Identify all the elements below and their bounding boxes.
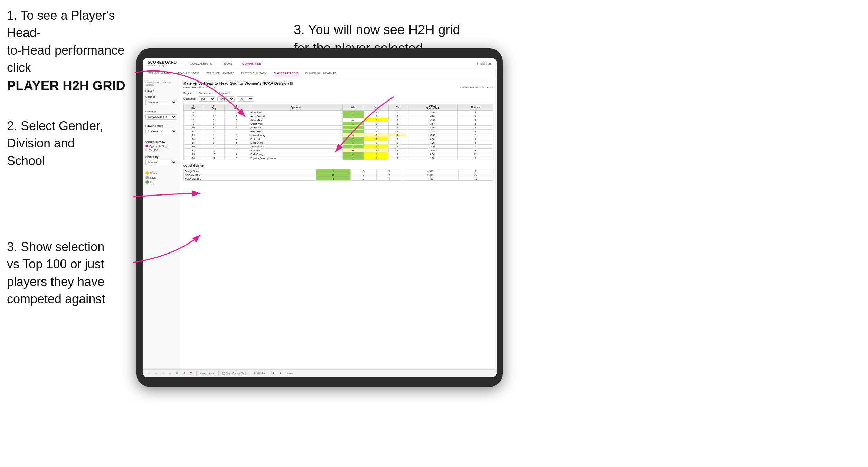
legend-dot-down: [145, 171, 149, 175]
conference-label: Conference: [199, 92, 212, 94]
table-cell: Euna Lee: [249, 149, 343, 152]
sub-nav-team-h2h-grid[interactable]: TEAM H2H GRID: [177, 70, 200, 76]
toolbar-divider-4: [269, 371, 269, 376]
division-label: Division: [145, 110, 177, 113]
table-cell: 0: [364, 141, 389, 145]
overall-record: Overall Record: 353 - 34 - 6: [183, 86, 216, 89]
h2h-title: Katelyn Vo Head-to-Head Grid for Women's…: [183, 81, 493, 85]
division-record: Division Record: 331 - 34 - 6: [460, 86, 493, 89]
table-cell: 4: [342, 152, 364, 156]
table-cell: 8: [203, 141, 225, 145]
radio-opponents-played[interactable]: Opponents Played: [145, 145, 177, 147]
table-row: 20117Federica Domecq Lacroze2101.336: [184, 156, 493, 160]
colour-select[interactable]: Win/loss: [145, 160, 177, 165]
toolbar-down[interactable]: ⬇: [271, 371, 276, 375]
sub-nav-player-h2h-heatmap[interactable]: PLAYER H2H HEATMAP: [305, 70, 337, 76]
nav-sign-out[interactable]: i | Sign out: [477, 62, 492, 65]
table-cell: 3: [458, 122, 493, 126]
table-cell: 1: [203, 133, 225, 137]
table-cell: 6: [184, 118, 203, 122]
ood-cell: Foreign Team: [184, 169, 316, 173]
table-header-row: #Div #Reg #Conf Opponent Win Loss Tie Di…: [184, 104, 493, 111]
table-cell: Jessica Mason: [249, 145, 343, 149]
toolbar-save-custom[interactable]: 💾 Save Custom View: [221, 371, 248, 375]
th-win: Win: [342, 104, 364, 111]
radio-top100[interactable]: Top 100: [145, 149, 177, 151]
th-diff: Diff AvStrokes/Rnd: [407, 104, 458, 111]
table-cell: Jessica Huang: [249, 133, 343, 137]
toolbar-up[interactable]: ⬆: [278, 371, 283, 375]
table-cell: 0: [364, 122, 389, 126]
table-cell: 1: [203, 111, 225, 114]
sub-nav-player-summary[interactable]: PLAYER SUMMARY: [240, 70, 267, 76]
table-cell: 10: [203, 152, 225, 156]
sub-nav-team-h2h-heatmap[interactable]: TEAM H2H HEATMAP: [206, 70, 235, 76]
nav-tournaments[interactable]: TOURNAMENTS: [186, 61, 214, 66]
table-cell: 0: [389, 156, 407, 160]
opponent-label: Opponent: [219, 92, 230, 94]
gender-select[interactable]: Women's: [145, 100, 177, 105]
table-row: 1822Euna Lee000-5.002: [184, 149, 493, 152]
table-cell: 0: [389, 145, 407, 149]
table-cell: -0.94: [407, 145, 458, 149]
toolbar-watch[interactable]: 👁 Watch ▾: [252, 371, 267, 375]
table-row: 1311Jessica Huang000-3.002: [184, 133, 493, 137]
conference-select[interactable]: (All): [217, 96, 235, 102]
table-cell: Stella Cheng: [249, 141, 343, 145]
table-cell: 3.67: [407, 122, 458, 126]
division-select[interactable]: NCAA Division III: [145, 114, 177, 120]
toolbar-share[interactable]: Share: [285, 372, 294, 375]
ood-cell: NAIA Division 1: [184, 173, 316, 177]
toolbar-grid[interactable]: ⊞: [174, 371, 179, 375]
radio-label-2: Top 100: [149, 149, 158, 151]
legend-down: Down: [145, 171, 177, 175]
sub-nav: TEAM SUMMARY TEAM H2H GRID TEAM H2H HEAT…: [143, 69, 497, 78]
table-cell: 1: [342, 130, 364, 133]
sub-nav-player-h2h-grid[interactable]: PLAYER H2H GRID: [273, 70, 299, 76]
instr3-top-line1: 3. You will now see H2H grid: [294, 22, 460, 37]
table-cell: 19: [184, 152, 203, 156]
table-cell: Alexis Sudjianto: [249, 114, 343, 118]
table-row: 914Sharon Mun1003.673: [184, 122, 493, 126]
instr2-line3: School: [7, 154, 45, 168]
toolbar-view-original[interactable]: View: Original: [199, 372, 216, 375]
player-section-label: Player: [145, 89, 177, 93]
region-select[interactable]: (All): [198, 96, 215, 102]
timestamp: Last Updated: 27/03/2024 16:55:38: [145, 81, 177, 86]
table-cell: 3: [225, 145, 249, 149]
toolbar-clock[interactable]: ⏰: [188, 371, 194, 375]
table-cell: -1.00: [407, 118, 458, 122]
sub-nav-team-summary[interactable]: TEAM SUMMARY: [148, 70, 171, 76]
toolbar-forward[interactable]: →: [167, 372, 172, 375]
ood-table-row: Foreign Team1004.5002: [184, 169, 493, 173]
table-cell: 1.50: [407, 111, 458, 114]
table-cell: 15: [184, 141, 203, 145]
opponent-select[interactable]: (All): [237, 96, 254, 102]
logo: SCOREBOARD Powered by clippd: [148, 60, 177, 67]
table-cell: 2: [225, 114, 249, 118]
table-cell: 5: [225, 141, 249, 145]
nav-teams[interactable]: TEAMS: [220, 61, 234, 66]
table-cell: 9: [184, 122, 203, 126]
ood-cell: 4.500: [402, 169, 459, 173]
toolbar-undo[interactable]: ↩: [146, 371, 151, 375]
toolbar-redo[interactable]: ↪: [160, 371, 165, 375]
table-cell: 2: [203, 149, 225, 152]
th-loss: Loss: [364, 104, 389, 111]
ood-cell: 10: [459, 177, 493, 181]
table-cell: 0: [342, 118, 364, 122]
table-cell: 0: [389, 149, 407, 152]
nav-committee[interactable]: COMMITTEE: [240, 61, 263, 66]
table-cell: 1: [364, 156, 389, 160]
table-cell: Federica Domecq Lacroze: [249, 156, 343, 160]
table-cell: 5: [225, 130, 249, 133]
table-cell: 1.25: [407, 141, 458, 145]
h2h-table: #Div #Reg #Conf Opponent Win Loss Tie Di…: [183, 104, 493, 160]
table-row: 19106Emily Chang4100.3011: [184, 152, 493, 156]
player-rank-select[interactable]: 8. Katelyn Vo: [145, 129, 177, 134]
ood-table-row: NAIA Division 115009.26730: [184, 173, 493, 177]
table-cell: 1: [342, 145, 364, 149]
toolbar-refresh[interactable]: ↺: [181, 371, 186, 375]
radio-circle-1: [145, 145, 148, 147]
toolbar-back[interactable]: ←: [153, 372, 158, 375]
